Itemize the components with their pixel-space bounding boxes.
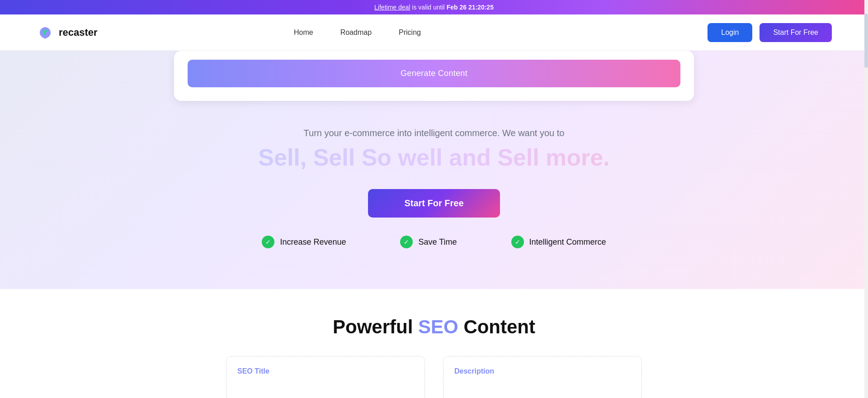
seo-title-accent: SEO — [418, 316, 458, 337]
navbar-actions: Login Start For Free — [708, 23, 832, 42]
top-banner: Lifetime deal is valid until Feb 26 21:2… — [0, 0, 868, 14]
check-icon-commerce: ✓ — [511, 236, 524, 248]
nav-pricing[interactable]: Pricing — [399, 28, 421, 37]
navbar-nav: Home Roadmap Pricing — [294, 28, 421, 37]
hero-headline: Sell, Sell So well and Sell more. — [258, 144, 609, 171]
feature-label-time: Save Time — [418, 237, 457, 247]
generate-content-button[interactable]: Generate Content — [188, 60, 680, 87]
feature-save-time: ✓ Save Time — [400, 236, 457, 248]
hero-section: Generate Content Turn your e-commerce in… — [0, 51, 868, 289]
banner-date: Feb 26 — [447, 4, 467, 11]
scrollbar-thumb[interactable] — [864, 14, 868, 68]
seo-cards: SEO Title Description — [36, 356, 832, 398]
start-for-free-button-hero[interactable]: Start For Free — [368, 189, 500, 218]
logo-icon — [36, 24, 54, 42]
banner-time: 21:20:25 — [468, 4, 494, 11]
feature-intelligent-commerce: ✓ Intelligent Commerce — [511, 236, 606, 248]
login-button[interactable]: Login — [708, 23, 752, 42]
seo-card-title-label: SEO Title — [237, 367, 414, 375]
generate-card-wrapper: Generate Content — [0, 51, 868, 101]
nav-roadmap[interactable]: Roadmap — [340, 28, 372, 37]
seo-card-description-label: Description — [454, 367, 631, 375]
logo[interactable]: recaster — [36, 24, 98, 42]
nav-home[interactable]: Home — [294, 28, 313, 37]
check-icon-time: ✓ — [400, 236, 413, 248]
logo-text: recaster — [59, 27, 98, 38]
scrollbar[interactable] — [864, 0, 868, 398]
features-row: ✓ Increase Revenue ✓ Save Time ✓ Intelli… — [262, 236, 606, 248]
seo-card-description: Description — [443, 356, 642, 398]
start-for-free-button-nav[interactable]: Start For Free — [760, 23, 832, 42]
seo-card-title: SEO Title — [226, 356, 425, 398]
feature-label-commerce: Intelligent Commerce — [529, 237, 606, 247]
feature-label-revenue: Increase Revenue — [280, 237, 346, 247]
feature-increase-revenue: ✓ Increase Revenue — [262, 236, 346, 248]
lifetime-deal-link[interactable]: Lifetime deal — [374, 4, 410, 11]
seo-title-plain: Powerful — [333, 316, 418, 337]
navbar: recaster Home Roadmap Pricing Login Star… — [0, 14, 868, 51]
seo-title-end: Content — [458, 316, 535, 337]
hero-content: Turn your e-commerce into intelligent co… — [0, 119, 868, 262]
hero-subtitle: Turn your e-commerce into intelligent co… — [304, 128, 565, 138]
banner-text-rest: is valid until — [412, 4, 446, 11]
check-icon-revenue: ✓ — [262, 236, 274, 248]
seo-section: Powerful SEO Content SEO Title Descripti… — [0, 289, 868, 398]
seo-title: Powerful SEO Content — [36, 316, 832, 338]
generate-card: Generate Content — [174, 51, 694, 101]
